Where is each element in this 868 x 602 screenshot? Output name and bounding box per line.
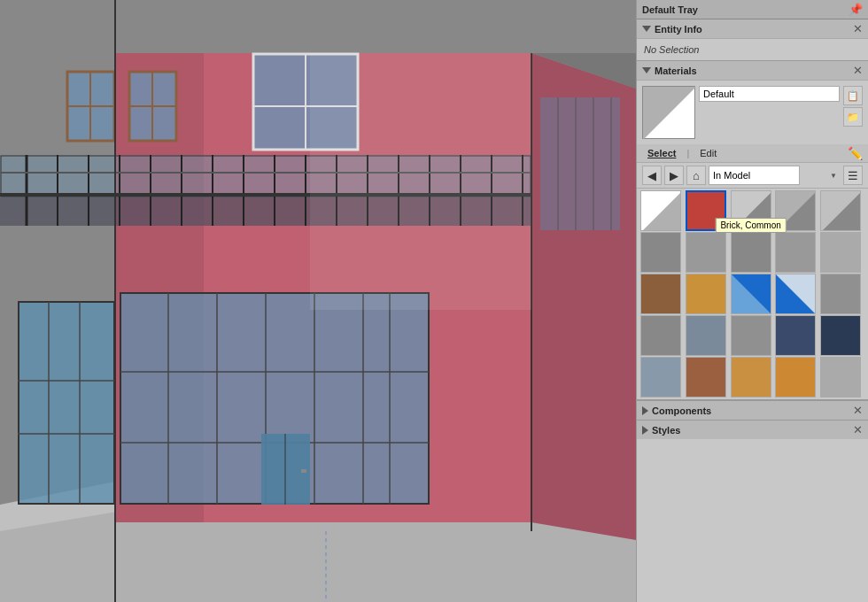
entity-info-status: No Selection: [644, 44, 699, 55]
material-folder-btn[interactable]: 📁: [843, 107, 863, 127]
material-cell[interactable]: [731, 190, 771, 231]
browser-back-btn[interactable]: ◀: [642, 166, 662, 185]
material-name-input[interactable]: [699, 86, 840, 102]
components-close-btn[interactable]: ✕: [853, 405, 863, 416]
material-preview-triangle: [643, 87, 696, 140]
components-label: Components: [652, 405, 711, 416]
material-grid-wrap: Brick, Common: [637, 189, 868, 399]
components-header-left: Components: [642, 405, 711, 416]
entity-info-close-btn[interactable]: ✕: [853, 23, 863, 35]
styles-label: Styles: [652, 425, 680, 436]
entity-info-expand-icon: [642, 26, 651, 32]
material-name-input-wrap: [699, 86, 840, 139]
material-cell[interactable]: [640, 232, 681, 273]
material-cell[interactable]: [731, 274, 771, 314]
browser-forward-btn[interactable]: ▶: [664, 166, 684, 185]
svg-rect-9: [18, 301, 115, 505]
material-preview-box: [642, 86, 695, 139]
browser-home-btn[interactable]: ⌂: [686, 166, 706, 185]
material-cell[interactable]: [686, 357, 726, 397]
material-cell[interactable]: [820, 190, 861, 231]
material-create-btn[interactable]: 📋: [843, 86, 863, 105]
3d-viewport[interactable]: [0, 0, 636, 602]
material-cell[interactable]: [775, 357, 816, 397]
material-cell[interactable]: [686, 315, 726, 356]
svg-rect-66: [540, 97, 620, 230]
material-cell[interactable]: [820, 315, 861, 356]
material-grid: Brick, Common: [637, 189, 868, 399]
materials-label: Materials: [655, 66, 697, 76]
materials-preview-row: 📋 📁: [637, 81, 868, 144]
materials-tabs-row: Select | Edit ✏️: [637, 144, 868, 163]
material-cell[interactable]: [686, 232, 726, 273]
material-cell[interactable]: [775, 190, 816, 231]
components-expand-icon: [642, 406, 648, 415]
materials-expand-icon: [642, 67, 651, 73]
material-cell[interactable]: [820, 357, 861, 397]
svg-rect-27: [301, 469, 306, 473]
components-section[interactable]: Components ✕: [637, 400, 868, 420]
materials-header-left: Materials: [642, 66, 697, 76]
material-cell[interactable]: [775, 274, 816, 314]
entity-info-label: Entity Info: [655, 24, 702, 35]
styles-expand-icon: [642, 426, 648, 435]
material-cell[interactable]: [731, 315, 771, 356]
material-cell[interactable]: Brick, Common: [731, 232, 771, 273]
tray-pin-icon[interactable]: 📌: [849, 3, 863, 16]
entity-info-header-left: Entity Info: [642, 24, 702, 35]
tray-title: Default Tray: [642, 4, 698, 15]
materials-section: Materials ✕ 📋 📁 Select | Edit ✏️: [637, 61, 868, 400]
tab-divider: |: [686, 148, 689, 158]
styles-close-btn[interactable]: ✕: [853, 424, 863, 436]
material-cell[interactable]: [820, 274, 861, 314]
material-cell[interactable]: [775, 232, 816, 273]
right-panel: Default Tray 📌 Entity Info ✕ No Selectio…: [636, 0, 868, 602]
svg-rect-8: [0, 0, 636, 53]
material-icons-col: 📋 📁: [843, 86, 863, 139]
materials-close-btn[interactable]: ✕: [853, 65, 863, 76]
browser-dropdown[interactable]: In Model All Materials Brick and Claddin…: [709, 166, 800, 185]
svg-marker-65: [310, 53, 531, 310]
tab-select[interactable]: Select: [642, 146, 681, 160]
tray-header: Default Tray 📌: [637, 0, 868, 19]
entity-info-content: No Selection: [637, 39, 868, 60]
material-cell[interactable]: [731, 357, 771, 397]
browser-dropdown-wrap: In Model All Materials Brick and Claddin…: [709, 166, 841, 185]
pencil-icon[interactable]: ✏️: [848, 146, 863, 160]
material-cell[interactable]: [820, 232, 861, 273]
material-cell[interactable]: [640, 315, 681, 356]
tab-edit[interactable]: Edit: [694, 146, 722, 160]
materials-header[interactable]: Materials ✕: [637, 61, 868, 81]
browser-toolbar: ◀ ▶ ⌂ In Model All Materials Brick and C…: [637, 163, 868, 189]
styles-header-left: Styles: [642, 425, 680, 436]
material-cell[interactable]: [775, 315, 816, 356]
material-cell[interactable]: [640, 274, 681, 314]
entity-info-header[interactable]: Entity Info ✕: [637, 19, 868, 39]
material-cell[interactable]: [640, 357, 681, 397]
styles-section[interactable]: Styles ✕: [637, 420, 868, 439]
material-cell[interactable]: [686, 274, 726, 314]
material-cell[interactable]: [640, 190, 681, 231]
material-cell[interactable]: [686, 190, 726, 231]
browser-details-btn[interactable]: ☰: [843, 166, 863, 185]
entity-info-section: Entity Info ✕ No Selection: [637, 19, 868, 61]
